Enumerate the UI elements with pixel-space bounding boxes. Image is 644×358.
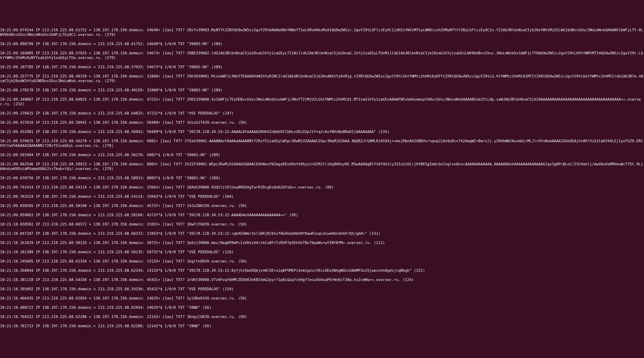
log-line: 10:21:09.662546 IP 213.219.225.68.58913 …	[0, 162, 644, 171]
log-line: 10:21:10.181389 IP 138.197.178.150.domai…	[0, 250, 644, 254]
log-line: 10:21:09.836585 IP 213.219.225.68.58160 …	[0, 204, 644, 208]
log-line: 10:21:10.381118 IP 213.219.225.68.54336 …	[0, 278, 644, 282]
log-line: 10:21:10.161029 IP 213.219.225.68.50135 …	[0, 241, 644, 245]
log-line: 10:21:09.741414 IP 213.219.225.68.54114 …	[0, 185, 644, 190]
log-line: 10:21:09.437010 IP 213.219.225.68.50941 …	[0, 120, 644, 125]
log-line: 10:21:09.164985 IP 213.219.225.68.57925 …	[0, 51, 644, 60]
log-line: 10:21:09.763224 IP 138.197.178.150.domai…	[0, 194, 644, 199]
log-line: 10:21:09.349007 IP 213.219.225.68.64825 …	[0, 97, 644, 106]
log-line: 10:21:10.480722 IP 138.197.178.150.domai…	[0, 305, 644, 310]
log-line: 10:21:10.781713 IP 138.197.178.150.domai…	[0, 324, 644, 328]
log-line: 10:21:09.187785 IP 138.197.178.150.domai…	[0, 65, 644, 69]
log-line: 10:21:10.260844 IP 138.197.178.150.domai…	[0, 268, 644, 273]
log-line: 10:21:09.859063 IP 138.197.178.150.domai…	[0, 213, 644, 217]
log-line: 10:21:10.030582 IP 213.219.225.68.60372 …	[0, 222, 644, 227]
log-line: 10:21:09.074144 IP 213.219.225.68.61752 …	[0, 28, 644, 37]
log-line: 10:21:09.096799 IP 138.197.178.150.domai…	[0, 42, 644, 46]
log-line: 10:21:09.579025 IP 213.219.225.68.56270 …	[0, 139, 644, 148]
log-line: 10:21:09.452981 IP 138.197.178.150.domai…	[0, 129, 644, 134]
log-line: 10:21:09.278278 IP 138.197.178.150.domai…	[0, 88, 644, 93]
log-line: 10:21:10.047187 IP 138.197.178.150.domai…	[0, 231, 644, 236]
log-line: 10:21:09.257775 IP 213.219.225.68.49159 …	[0, 74, 644, 83]
log-line: 10:21:09.370425 IP 138.197.178.150.domai…	[0, 111, 644, 116]
log-line: 10:21:10.395092 IP 138.197.178.150.domai…	[0, 287, 644, 291]
log-line: 10:21:10.466435 IP 213.219.225.68.62954 …	[0, 296, 644, 301]
log-line: 10:21:10.764312 IP 213.219.225.68.62286 …	[0, 314, 644, 319]
log-line: 10:21:09.678756 IP 138.197.178.150.domai…	[0, 176, 644, 181]
log-line: 10:21:10.245605 IP 213.219.225.68.62334 …	[0, 259, 644, 264]
terminal-output: 10:21:09.074144 IP 213.219.225.68.61752 …	[0, 23, 644, 333]
log-line: 10:21:09.591994 IP 138.197.178.150.domai…	[0, 153, 644, 157]
